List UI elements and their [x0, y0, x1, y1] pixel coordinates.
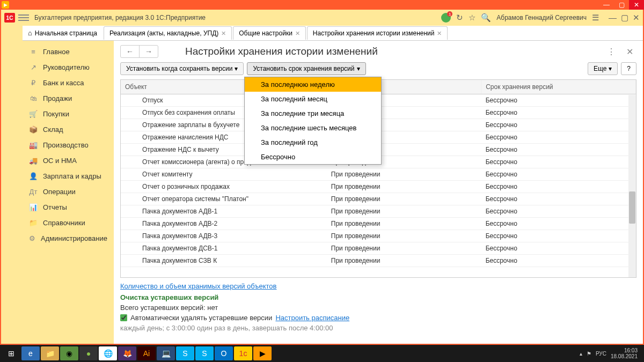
- close-icon[interactable]: ✕: [295, 30, 300, 37]
- term-dropdown: За последнюю неделю За последний месяц З…: [244, 77, 382, 165]
- sidebar-item[interactable]: ₽Банк и касса: [23, 75, 114, 91]
- taskbar-app[interactable]: ●: [79, 346, 98, 360]
- tab-item-2[interactable]: Общие настройки ✕: [233, 26, 306, 40]
- language-indicator[interactable]: РУС: [596, 351, 606, 357]
- cell-term: Бессрочно: [481, 193, 636, 205]
- taskbar-app[interactable]: 🌐: [99, 346, 117, 360]
- sidebar-item[interactable]: 📁Справочники: [23, 215, 114, 231]
- dropdown-item[interactable]: За последнюю неделю: [245, 77, 381, 92]
- user-menu-icon[interactable]: ☰: [592, 13, 599, 23]
- tab-item-1[interactable]: Реализация (акты, накладные, УПД) ✕: [104, 26, 232, 40]
- search-icon[interactable]: 🔍: [481, 13, 491, 23]
- history-icon[interactable]: ↻: [456, 13, 463, 23]
- inner-maximize[interactable]: ▢: [621, 13, 628, 23]
- table-row[interactable]: Пачка документов АДВ-1При проведенииБесс…: [121, 205, 636, 218]
- taskbar-app[interactable]: 📁: [41, 346, 59, 360]
- dropdown-item[interactable]: Бессрочно: [245, 150, 381, 164]
- close-icon[interactable]: ✕: [221, 30, 226, 37]
- set-term-button[interactable]: Установить срок хранения версий▾: [247, 62, 365, 75]
- inner-minimize[interactable]: —: [609, 13, 617, 23]
- cell-term: Бессрочно: [481, 230, 636, 242]
- menu-icon: ≡: [29, 48, 38, 56]
- sidebar-item[interactable]: 👤Зарплата и кадры: [23, 168, 114, 184]
- volumes-link[interactable]: Количество и объем хранимых версий объек…: [120, 282, 276, 290]
- help-button[interactable]: ?: [621, 62, 636, 75]
- taskbar-app[interactable]: Ai: [137, 346, 156, 360]
- user-name[interactable]: Абрамов Геннадий Сергеевич: [496, 14, 587, 21]
- nav-arrows: ← →: [120, 45, 158, 58]
- auto-delete-checkbox[interactable]: [120, 314, 127, 321]
- forward-button[interactable]: →: [140, 46, 158, 57]
- sidebar-item[interactable]: 🛍Продажи: [23, 91, 114, 106]
- close-page-icon[interactable]: ✕: [623, 46, 636, 58]
- more-menu-icon[interactable]: ⋮: [604, 46, 619, 58]
- sidebar-item[interactable]: 🛒Покупки: [23, 106, 114, 122]
- auto-delete-label: Автоматически удалять устаревшие версии: [130, 314, 272, 322]
- close-icon[interactable]: ✕: [437, 30, 442, 37]
- chart-icon: ↗: [29, 63, 38, 71]
- dropdown-item[interactable]: За последние шесть месяцев: [245, 121, 381, 135]
- sidebar-item[interactable]: 📊Отчеты: [23, 200, 114, 215]
- notifications-icon[interactable]: [441, 13, 451, 23]
- taskbar-app[interactable]: O: [215, 346, 233, 360]
- sidebar-item[interactable]: ≡Главное: [23, 44, 114, 60]
- document-tabs: ⌂ Начальная страница Реализация (акты, н…: [23, 26, 643, 41]
- col-term[interactable]: Срок хранения версий: [481, 80, 636, 94]
- sidebar-item[interactable]: ⚙Администрирование: [23, 231, 114, 246]
- tray-expand-icon[interactable]: ▴: [580, 351, 582, 357]
- set-when-button[interactable]: Установить когда сохранять версии▾: [120, 62, 244, 75]
- table-row[interactable]: Пачка документов АДВ-2При проведенииБесс…: [121, 218, 636, 230]
- schedule-link[interactable]: Настроить расписание: [275, 314, 349, 322]
- sidebar-label: Главное: [43, 48, 70, 56]
- person-icon: 👤: [29, 172, 38, 180]
- table-row[interactable]: Отчет оператора системы "Платон"При пров…: [121, 193, 636, 205]
- sidebar-item[interactable]: ↗Руководителю: [23, 60, 114, 75]
- chevron-down-icon: ▾: [357, 65, 360, 72]
- menu-icon[interactable]: [18, 14, 29, 21]
- taskbar-app[interactable]: S: [176, 346, 194, 360]
- sidebar-label: Производство: [43, 141, 89, 149]
- dropdown-item[interactable]: За последний год: [245, 135, 381, 150]
- taskbar-app[interactable]: 💻: [157, 346, 175, 360]
- sidebar-item[interactable]: 🏭Производство: [23, 137, 114, 153]
- star-icon[interactable]: ☆: [469, 13, 475, 23]
- tab-home[interactable]: ⌂ Начальная страница: [23, 26, 103, 40]
- taskbar-app[interactable]: S: [195, 346, 214, 360]
- tab-label: Начальная страница: [35, 29, 97, 37]
- maximize-button[interactable]: ▢: [614, 0, 629, 10]
- dropdown-item[interactable]: За последние три месяца: [245, 106, 381, 121]
- inner-close[interactable]: ✕: [633, 13, 640, 23]
- start-button[interactable]: ⊞: [2, 346, 20, 360]
- sidebar-item[interactable]: ДтОперации: [23, 184, 114, 200]
- taskbar-app[interactable]: e: [21, 346, 40, 360]
- more-button[interactable]: Еще▾: [588, 62, 618, 75]
- minimize-button[interactable]: —: [599, 0, 614, 10]
- cell-term: Бессрочно: [481, 168, 636, 181]
- scroll-thumb[interactable]: [629, 191, 635, 224]
- clock[interactable]: 16:03 18.08.2021: [611, 348, 638, 359]
- sidebar-item[interactable]: 🚚ОС и НМА: [23, 153, 114, 168]
- cell-when: При проведении: [327, 242, 481, 255]
- tray-flag-icon[interactable]: ⚑: [587, 351, 591, 357]
- taskbar-app[interactable]: 1c: [234, 346, 252, 360]
- table-row[interactable]: Отчет о розничных продажахПри проведении…: [121, 181, 636, 193]
- scrollbar[interactable]: [628, 95, 636, 277]
- close-button[interactable]: ✕: [629, 0, 644, 10]
- sidebar-item[interactable]: 📦Склад: [23, 122, 114, 137]
- table-row[interactable]: Пачка документов ДСВ-1При проведенииБесс…: [121, 242, 636, 255]
- taskbar-app[interactable]: ◉: [60, 346, 78, 360]
- cell-object: Пачка документов СЗВ К: [121, 255, 327, 267]
- taskbar-app[interactable]: 🦊: [118, 346, 136, 360]
- dropdown-item[interactable]: За последний месяц: [245, 92, 381, 106]
- table-row[interactable]: Отчет комитентуПри проведенииБессрочно: [121, 168, 636, 181]
- cell-term: Бессрочно: [481, 205, 636, 218]
- table-row[interactable]: Пачка документов СЗВ КПри проведенииБесс…: [121, 255, 636, 267]
- cell-object: Пачка документов АДВ-2: [121, 218, 327, 230]
- tab-item-3[interactable]: Настройки хранения истории изменений ✕: [307, 26, 448, 40]
- back-button[interactable]: ←: [121, 46, 140, 57]
- cleanup-heading: Очистка устаревших версий: [120, 293, 636, 301]
- app-toolbar: 1C Бухгалтерия предприятия, редакция 3.0…: [1, 10, 643, 26]
- page-toolbar: Установить когда сохранять версии▾ Устан…: [120, 62, 636, 75]
- table-row[interactable]: Пачка документов АДВ-3При проведенииБесс…: [121, 230, 636, 242]
- taskbar-app[interactable]: ▶: [253, 346, 272, 360]
